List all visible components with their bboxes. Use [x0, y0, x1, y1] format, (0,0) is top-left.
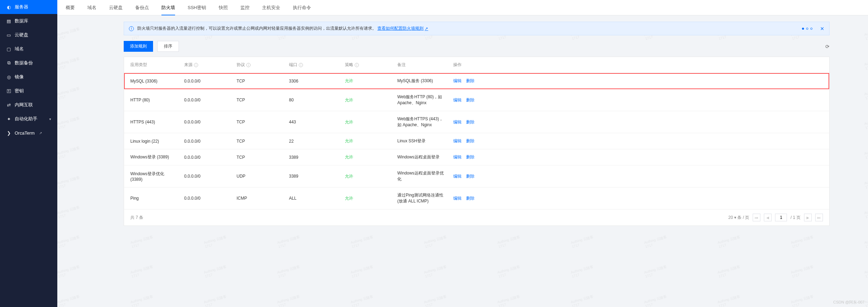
cell-src: 0.0.0.0/0 [180, 73, 232, 89]
cell-port: ALL [285, 187, 341, 209]
edit-link[interactable]: 编辑 [453, 155, 462, 159]
tab-云硬盘[interactable]: 云硬盘 [109, 0, 123, 15]
col-proto: 协议i [232, 57, 285, 73]
cell-app: Windows登录 (3389) [124, 149, 180, 165]
delete-link[interactable]: 删除 [466, 120, 475, 124]
sidebar-item-OrcaTerm[interactable]: ❯OrcaTerm↗ [0, 126, 57, 140]
cell-policy: 允许 [341, 111, 393, 133]
cell-remark: 通过Ping测试网络连通性 (放通 ALL ICMP) [393, 187, 449, 209]
cell-src: 0.0.0.0/0 [180, 89, 232, 111]
cell-proto: TCP [232, 133, 285, 149]
shield-icon: ◐ [6, 5, 11, 9]
col-remark: 备注 [393, 57, 449, 73]
cell-port: 80 [285, 89, 341, 111]
edit-link[interactable]: 编辑 [453, 120, 462, 124]
info-icon[interactable]: i [246, 63, 251, 67]
sidebar-item-域名[interactable]: ▢域名 [0, 42, 57, 56]
external-link-icon: ↗ [39, 131, 42, 135]
total-count: 共 7 条 [130, 215, 143, 221]
sidebar-item-云硬盘[interactable]: ▭云硬盘 [0, 28, 57, 42]
cell-op: 编辑 删除 [449, 111, 829, 133]
sidebar-item-自动化助手[interactable]: ✦自动化助手▾ [0, 112, 57, 126]
cell-op: 编辑 删除 [449, 133, 829, 149]
cell-policy: 允许 [341, 187, 393, 209]
cell-port: 3389 [285, 149, 341, 165]
page-total: / 1 页 [790, 215, 801, 221]
sidebar-item-密钥[interactable]: ⚿密钥 [0, 84, 57, 98]
network-icon: ⇄ [6, 102, 11, 107]
refresh-icon[interactable]: ⟳ [825, 44, 830, 49]
tab-防火墙[interactable]: 防火墙 [161, 0, 175, 15]
last-page-button[interactable]: ⏭ [815, 214, 823, 221]
cell-src: 0.0.0.0/0 [180, 111, 232, 133]
sidebar-item-label: 云硬盘 [15, 32, 28, 38]
cell-policy: 允许 [341, 133, 393, 149]
tab-域名[interactable]: 域名 [87, 0, 96, 15]
terminal-icon: ❯ [6, 130, 11, 135]
sidebar-item-label: 密钥 [15, 88, 24, 94]
add-rule-button[interactable]: 添加规则 [124, 41, 153, 52]
info-icon[interactable]: i [194, 63, 198, 67]
edit-link[interactable]: 编辑 [453, 138, 462, 143]
tab-监控[interactable]: 监控 [240, 0, 249, 15]
delete-link[interactable]: 删除 [466, 155, 475, 159]
sidebar-item-数据库[interactable]: ▤数据库 [0, 14, 57, 28]
content-area: i 防火墙只对服务器的入流量进行控制，可以设置允许或禁止公网或内网对轻量应用服务… [57, 15, 868, 307]
col-policy: 策略i [341, 57, 393, 73]
edit-link[interactable]: 编辑 [453, 196, 462, 201]
key-icon: ⚿ [6, 88, 11, 93]
info-icon: i [129, 26, 134, 31]
first-page-button[interactable]: ⏮ [753, 214, 760, 221]
tab-主机安全[interactable]: 主机安全 [262, 0, 280, 15]
sort-button[interactable]: 排序 [157, 41, 179, 52]
page-number-input[interactable] [775, 214, 787, 221]
alert-pager-dots[interactable] [802, 28, 812, 30]
sidebar-item-label: OrcaTerm [15, 130, 35, 136]
delete-link[interactable]: 删除 [466, 78, 475, 83]
prev-page-button[interactable]: ◀ [764, 214, 772, 221]
sidebar-item-数据备份[interactable]: ⧉数据备份 [0, 56, 57, 70]
cell-proto: TCP [232, 149, 285, 165]
cell-app: Ping [124, 187, 180, 209]
page-size-select[interactable]: 20 ▾ 条 / 页 [728, 215, 749, 221]
image-icon: ◎ [6, 74, 11, 79]
cell-remark: Linux SSH登录 [393, 133, 449, 149]
info-icon[interactable]: i [299, 63, 303, 67]
toolbar: 添加规则 排序 ⟳ [124, 41, 830, 52]
cell-port: 3306 [285, 73, 341, 89]
sidebar-item-label: 服务器 [15, 4, 28, 10]
alert-close-icon[interactable]: ✕ [820, 26, 824, 31]
next-page-button[interactable]: ▶ [804, 214, 812, 221]
edit-link[interactable]: 编辑 [453, 78, 462, 83]
cell-proto: ICMP [232, 187, 285, 209]
edit-link[interactable]: 编辑 [453, 98, 462, 102]
cell-app: Windows登录优化 (3389) [124, 165, 180, 187]
table-row: Linux login (22) 0.0.0.0/0 TCP 22 允许 Lin… [124, 133, 829, 149]
sidebar-item-镜像[interactable]: ◎镜像 [0, 70, 57, 84]
backup-icon: ⧉ [6, 60, 11, 65]
delete-link[interactable]: 删除 [466, 196, 475, 201]
tab-快照[interactable]: 快照 [219, 0, 228, 15]
delete-link[interactable]: 删除 [466, 98, 475, 102]
sidebar-item-内网互联[interactable]: ⇄内网互联 [0, 98, 57, 112]
tab-执行命令[interactable]: 执行命令 [293, 0, 311, 15]
cell-src: 0.0.0.0/0 [180, 149, 232, 165]
delete-link[interactable]: 删除 [466, 138, 475, 143]
tab-概要[interactable]: 概要 [66, 0, 75, 15]
edit-link[interactable]: 编辑 [453, 174, 462, 179]
cell-remark: MySQL服务 (3306) [393, 73, 449, 89]
col-op: 操作 [449, 57, 829, 73]
alert-text: 防火墙只对服务器的入流量进行控制，可以设置允许或禁止公网或内网对轻量应用服务器实… [137, 26, 428, 31]
tab-SSH密钥[interactable]: SSH密钥 [188, 0, 206, 15]
info-icon[interactable]: i [355, 63, 359, 67]
tab-备份点[interactable]: 备份点 [135, 0, 149, 15]
cell-src: 0.0.0.0/0 [180, 165, 232, 187]
alert-link[interactable]: 查看如何配置防火墙规则↗ [377, 26, 428, 31]
cell-port: 443 [285, 111, 341, 133]
delete-link[interactable]: 删除 [466, 174, 475, 179]
cell-remark: Windows远程桌面登录 [393, 149, 449, 165]
sidebar-item-label: 自动化助手 [15, 116, 37, 122]
sidebar-item-服务器[interactable]: ◐服务器 [0, 0, 57, 14]
cell-proto: TCP [232, 73, 285, 89]
disk-icon: ▭ [6, 33, 11, 37]
